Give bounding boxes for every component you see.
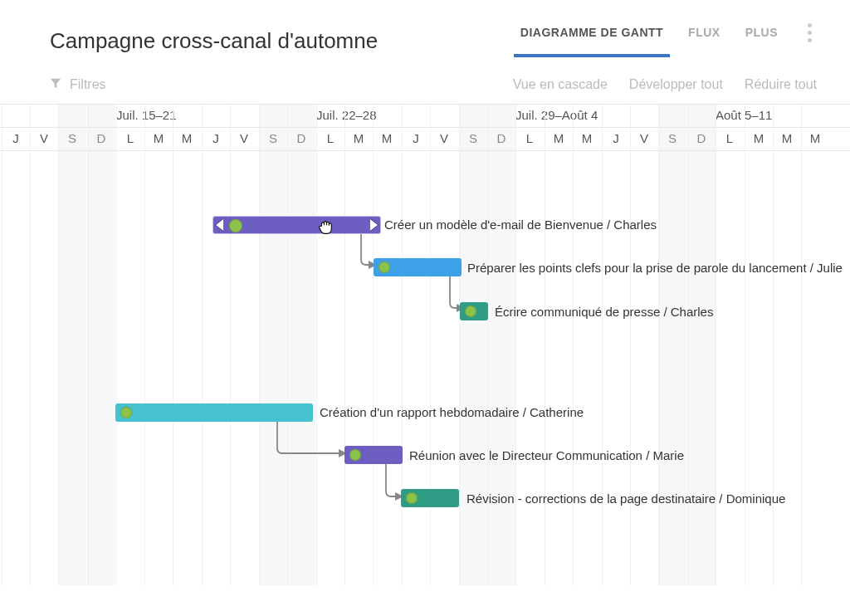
- grab-cursor-icon: [317, 218, 335, 237]
- task-label-t2: Préparer les points clefs pour la prise …: [467, 260, 850, 276]
- task-bar-t1[interactable]: [212, 216, 381, 234]
- task-label-t4: Création d'un rapport hebdomadaire / Cat…: [320, 404, 584, 421]
- status-dot-icon: [465, 306, 476, 317]
- cascade-view-link[interactable]: Vue en cascade: [513, 77, 608, 92]
- task-label-t5: Réunion avec le Directeur Communication …: [409, 447, 684, 464]
- day-column: [173, 105, 201, 585]
- view-controls: Vue en cascade Développer tout Réduire t…: [513, 77, 817, 92]
- gantt-inner: Juil. 15–21Juil. 22–28Juil. 29–Août 4Aoû…: [0, 105, 850, 585]
- page-title: Campagne cross-canal d'automne: [50, 28, 520, 54]
- day-column: [745, 105, 773, 585]
- status-dot-icon: [229, 219, 242, 232]
- resize-handle-right-icon[interactable]: [370, 219, 378, 231]
- day-column: [116, 105, 144, 585]
- header: Campagne cross-canal d'automne DIAGRAMME…: [0, 0, 850, 67]
- day-column: [545, 105, 573, 585]
- day-column: [2, 105, 30, 585]
- day-column: [459, 105, 487, 585]
- expand-all-link[interactable]: Développer tout: [629, 77, 723, 92]
- day-column: [773, 105, 801, 585]
- filters-label: Filtres: [70, 77, 106, 92]
- tab-gantt[interactable]: DIAGRAMME DE GANTT: [520, 26, 663, 57]
- task-bar-t4[interactable]: [115, 403, 313, 422]
- day-column: [630, 105, 658, 585]
- day-column: [344, 105, 373, 585]
- day-column: [487, 105, 515, 585]
- day-column: [259, 105, 287, 585]
- day-column: [716, 105, 744, 585]
- day-column: [602, 105, 630, 585]
- gantt-chart[interactable]: Juil. 15–21Juil. 22–28Juil. 29–Août 4Aoû…: [0, 104, 850, 585]
- task-label-t3: Écrire communiqué de presse / Charles: [495, 304, 713, 320]
- task-bar-t3[interactable]: [460, 302, 488, 320]
- more-menu-button[interactable]: [803, 23, 817, 59]
- day-column: [658, 105, 686, 585]
- toolbar: Filtres Vue en cascade Développer tout R…: [0, 67, 850, 104]
- filter-icon: [50, 77, 61, 92]
- task-label-t1: Créer un modèle d'e-mail de Bienvenue / …: [384, 217, 657, 233]
- day-column: [58, 105, 86, 585]
- day-column: [202, 105, 230, 585]
- day-column: [573, 105, 601, 585]
- collapse-all-link[interactable]: Réduire tout: [745, 77, 817, 92]
- task-bar-t6[interactable]: [401, 489, 459, 507]
- day-column: [801, 105, 829, 585]
- status-dot-icon: [379, 262, 390, 273]
- resize-handle-left-icon[interactable]: [216, 219, 223, 231]
- status-dot-icon: [406, 492, 418, 504]
- status-dot-icon: [120, 407, 132, 418]
- tabs: DIAGRAMME DE GANTT FLUX PLUS: [520, 23, 817, 59]
- day-column: [687, 105, 716, 585]
- day-column: [230, 105, 258, 585]
- day-column: [87, 105, 115, 585]
- task-bar-t5[interactable]: [344, 446, 403, 464]
- task-bar-t2[interactable]: [374, 258, 462, 276]
- day-column: [30, 105, 58, 585]
- filters-button[interactable]: Filtres: [50, 77, 106, 92]
- day-column: [144, 105, 173, 585]
- tab-flux[interactable]: FLUX: [688, 26, 721, 57]
- day-column: [402, 105, 430, 585]
- day-column: [515, 105, 544, 585]
- day-column: [316, 105, 344, 585]
- day-column: [430, 105, 458, 585]
- task-label-t6: Révision - corrections de la page destin…: [467, 491, 785, 507]
- status-dot-icon: [349, 449, 361, 461]
- day-column: [287, 105, 315, 585]
- day-column: [373, 105, 401, 585]
- tab-plus[interactable]: PLUS: [745, 26, 778, 57]
